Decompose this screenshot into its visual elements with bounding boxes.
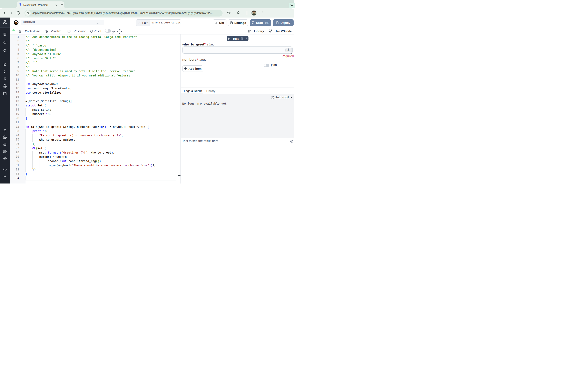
svg-text:R: R [15,21,17,24]
